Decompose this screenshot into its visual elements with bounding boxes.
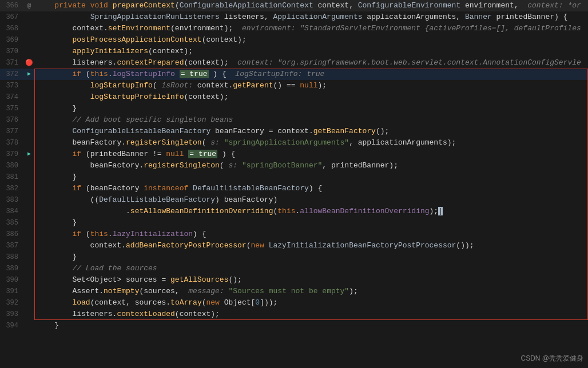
watermark: CSDN @秃秃爱健身 [521,354,583,363]
code-line-376: 376 // Add boot specific singleton beans [0,114,588,126]
line-number: 382 [0,183,24,194]
code-editor: 366 @ private void prepareContext(Config… [0,0,588,368]
code-line-377: 377 ConfigurableListableBeanFactory bean… [0,126,588,137]
code-line-370: 370 applyInitializers(context); [0,46,588,57]
line-content-370: applyInitializers(context); [34,46,588,57]
line-content-371: listeners.contextPrepared(context); cont… [34,57,588,69]
line-content-387: context.addBeanFactoryPostProcessor(new … [34,240,588,251]
line-number: 391 [0,286,24,297]
line-content-374: logStartupProfileInfo(context); [34,91,588,103]
gutter-371: 🔴 [24,57,34,69]
line-number: 378 [0,137,24,149]
code-line-383: 383 ((DefaultListableBeanFactory) beanFa… [0,194,588,206]
line-number: 376 [0,114,24,126]
line-content-388: } [34,251,588,263]
line-content-376: // Add boot specific singleton beans [34,114,588,126]
line-number: 384 [0,206,24,217]
gutter-372: ▶ [24,69,34,80]
gutter-366: @ [24,0,34,11]
line-number: 379 [0,149,24,160]
line-number: 370 [0,46,24,57]
line-content-389: // Load the sources [34,263,588,274]
code-line-372: 372 ▶ if (this.logStartupInfo = true ) {… [0,69,588,80]
line-content-378: beanFactory.registerSingleton( s: "sprin… [34,137,588,149]
line-number: 381 [0,171,24,183]
line-number: 390 [0,274,24,286]
code-line-385: 385 } [0,217,588,229]
line-number: 387 [0,240,24,251]
line-content-391: Assert.notEmpty(sources, message: "Sourc… [34,286,588,297]
line-content-369: postProcessApplicationContext(context); [34,34,588,46]
line-number: 394 [0,320,24,331]
line-content-385: } [34,217,588,229]
line-number: 380 [0,160,24,171]
line-number: 374 [0,91,24,103]
code-line-388: 388 } [0,251,588,263]
line-content-372: if (this.logStartupInfo = true ) { logSt… [34,69,588,80]
line-content-375: } [34,103,588,114]
line-number: 368 [0,23,24,34]
code-line-368: 368 context.setEnvironment(environment);… [0,23,588,34]
line-content-383: ((DefaultListableBeanFactory) beanFactor… [34,194,588,206]
line-content-393: listeners.contextLoaded(context); [34,309,588,320]
code-line-387: 387 context.addBeanFactoryPostProcessor(… [0,240,588,251]
code-line-394: 394 } [0,320,588,331]
code-line-380: 380 beanFactory.registerSingleton( s: "s… [0,160,588,171]
code-line-371: 371 🔴 listeners.contextPrepared(context)… [0,57,588,69]
line-number: 389 [0,263,24,274]
line-number: 388 [0,251,24,263]
line-content-384: .setAllowBeanDefinitionOverriding(this.a… [34,206,588,217]
code-line-366: 366 @ private void prepareContext(Config… [0,0,588,11]
line-content-368: context.setEnvironment(environment); env… [34,23,588,34]
gutter-379: ▶ [24,149,34,160]
code-line-367: 367 SpringApplicationRunListeners listen… [0,11,588,23]
line-number: 393 [0,309,24,320]
line-number: 369 [0,34,24,46]
line-number: 372 [0,69,24,80]
code-line-369: 369 postProcessApplicationContext(contex… [0,34,588,46]
line-content-394: } [34,320,588,331]
line-number: 373 [0,80,24,91]
code-line-389: 389 // Load the sources [0,263,588,274]
code-line-390: 390 Set<Object> sources = getAllSources(… [0,274,588,286]
line-number: 377 [0,126,24,137]
code-line-384: 384 .setAllowBeanDefinitionOverriding(th… [0,206,588,217]
line-content-386: if (this.lazyInitialization) { [34,229,588,240]
code-line-374: 374 logStartupProfileInfo(context); [0,91,588,103]
line-number: 366 [0,0,24,11]
code-line-393: 393 listeners.contextLoaded(context); [0,309,588,320]
code-line-382: 382 if (beanFactory instanceof DefaultLi… [0,183,588,194]
line-number: 385 [0,217,24,229]
line-number: 386 [0,229,24,240]
code-line-391: 391 Assert.notEmpty(sources, message: "S… [0,286,588,297]
line-content-381: } [34,171,588,183]
code-line-381: 381 } [0,171,588,183]
line-number: 367 [0,11,24,23]
line-content-392: load(context, sources.toArray(new Object… [34,297,588,309]
line-content-390: Set<Object> sources = getAllSources(); [34,274,588,286]
line-number: 371 [0,57,24,69]
code-line-379: 379 ▶ if (printedBanner != null = true )… [0,149,588,160]
line-number: 392 [0,297,24,309]
line-content-367: SpringApplicationRunListeners listeners,… [34,11,588,23]
line-content-380: beanFactory.registerSingleton( s: "sprin… [34,160,588,171]
code-line-375: 375 } [0,103,588,114]
line-number: 383 [0,194,24,206]
code-line-392: 392 load(context, sources.toArray(new Ob… [0,297,588,309]
line-content-382: if (beanFactory instanceof DefaultListab… [34,183,588,194]
line-content-377: ConfigurableListableBeanFactory beanFact… [34,126,588,137]
code-line-378: 378 beanFactory.registerSingleton( s: "s… [0,137,588,149]
code-line-373: 373 logStartupInfo( isRoot: context.getP… [0,80,588,91]
line-content-366: private void prepareContext(Configurable… [34,0,588,11]
line-content-379: if (printedBanner != null = true ) { [34,149,588,160]
line-number: 375 [0,103,24,114]
red-outline-region: 372 ▶ if (this.logStartupInfo = true ) {… [0,69,588,320]
line-content-373: logStartupInfo( isRoot: context.getParen… [34,80,588,91]
code-line-386: 386 if (this.lazyInitialization) { [0,229,588,240]
